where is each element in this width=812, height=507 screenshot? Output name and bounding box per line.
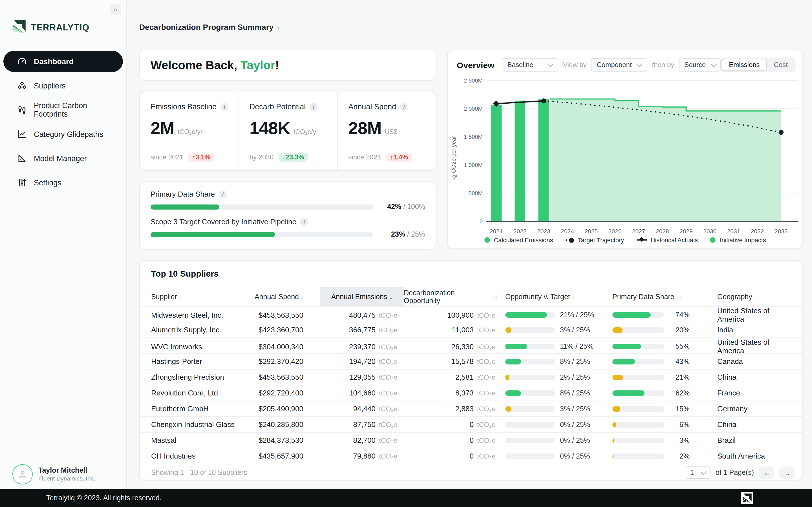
view-by-label: View by [563, 61, 587, 69]
copyright-text: Terralytiq © 2023. All rights reserved. [46, 494, 161, 502]
opportunity-v-target: 8% / 25% [505, 389, 612, 397]
sidebar-item-category-glidepaths[interactable]: Category Glidepaths [3, 123, 123, 145]
table-row[interactable]: Zhongsheng Precision$453,563,550129,055t… [140, 370, 802, 385]
table-row[interactable]: Chengxin Industrial Glass$240,285,80087,… [140, 417, 802, 433]
info-icon[interactable]: i [400, 103, 408, 111]
svg-text:2021: 2021 [490, 228, 503, 234]
then-by-select[interactable]: Source [679, 58, 720, 71]
next-page-button[interactable]: → [779, 466, 795, 479]
column-header-annual-spend[interactable]: Annual Spend↓↑ [247, 287, 320, 306]
column-header-opportunity-v-target[interactable]: Opportunity v. Target↓↑ [505, 287, 612, 306]
kpi-unit: tCO₂e/yr [294, 128, 318, 135]
annual-emissions: 129,055tCO₂e [320, 373, 404, 381]
kpi-note: since 2021 [151, 153, 183, 161]
target-bar [505, 327, 555, 333]
table-row[interactable]: Hastings-Porter$292,370,420194,720tCO₂e1… [140, 354, 802, 370]
decarb-opportunity: 0tCO₂e [404, 452, 505, 460]
sidebar-item-label: Product Carbon Footprints [34, 101, 123, 118]
sidebar-item-label: Model Manager [34, 154, 87, 163]
prev-page-button[interactable]: ← [759, 466, 774, 479]
kpi-decarb-potential: Decarb Potential i 148K tCO₂e/yr by 2030… [238, 93, 337, 170]
table-row[interactable]: WVC Ironworks$304,000,340239,370tCO₂e26,… [140, 338, 802, 354]
progress-label: Scope 3 Target Covered by Initiative Pip… [151, 217, 296, 226]
table-row[interactable]: Eurotherm GmbH$205,490,90094,440tCO₂e2,8… [140, 401, 802, 417]
view-by-select[interactable]: Component [591, 58, 648, 71]
decarb-opportunity: 11,003tCO₂e [404, 326, 505, 334]
brand-logo[interactable]: TERRALYTIQ [12, 19, 89, 36]
table-row[interactable]: Alumetrix Supply, Inc.$423,360,700366,77… [140, 322, 802, 338]
annual-emissions: 94,440tCO₂e [320, 404, 404, 413]
diamond-line-icon [637, 239, 647, 240]
info-icon[interactable]: i [310, 103, 317, 111]
sidebar-collapse-button[interactable]: « [110, 4, 121, 15]
pds-bar [612, 312, 664, 318]
column-header-supplier[interactable]: Supplier↓↑ [148, 287, 247, 306]
kpi-label: Annual Spend [348, 103, 396, 111]
kpi-note: by 2030 [250, 153, 273, 161]
info-icon[interactable]: i [300, 218, 308, 226]
column-header-annual-emissions[interactable]: Annual Emissions↓ [320, 287, 404, 306]
user-profile[interactable]: Taylor Mitchell Fluent Dynamics, Inc. [0, 459, 126, 489]
supplier-name: Midwestern Steel, Inc. [148, 311, 247, 319]
page-select[interactable]: 1 [686, 466, 711, 479]
primary-data-share: 6% [612, 420, 709, 429]
sidebar-item-settings[interactable]: Settings [3, 172, 123, 193]
svg-text:2023: 2023 [537, 228, 550, 234]
pds-bar [612, 421, 664, 427]
main-content: Decarbonization Program Summary› Welcome… [126, 0, 812, 489]
supplier-name: Mastsal [148, 436, 247, 445]
target-bar [505, 358, 555, 364]
chevron-right-icon: › [277, 22, 280, 32]
green-dot-icon [710, 237, 716, 243]
app-root: « TERRALYTIQ DashboardSuppliersProduct C… [0, 0, 812, 507]
sidebar-item-dashboard[interactable]: Dashboard [3, 51, 123, 72]
primary-data-share: 20% [612, 326, 709, 334]
breadcrumb[interactable]: Decarbonization Program Summary› [139, 22, 280, 32]
pds-bar [612, 344, 664, 349]
sort-icon: ↓↑ [301, 293, 306, 300]
decarb-opportunity: 0tCO₂e [404, 420, 505, 429]
sidebar-item-suppliers[interactable]: Suppliers [3, 75, 123, 96]
kpi-card: Emissions Baseline i 2M tCO₂e/yr since 2… [139, 92, 437, 171]
annual-spend: $453,563,550 [247, 311, 320, 319]
annual-spend: $240,285,800 [247, 420, 320, 429]
table-row[interactable]: Midwestern Steel, Inc.$453,563,550480,47… [140, 306, 802, 322]
svg-text:2033: 2033 [774, 228, 788, 234]
opportunity-v-target: 3% / 25% [505, 405, 612, 413]
info-icon[interactable]: i [220, 103, 229, 111]
svg-text:2024: 2024 [561, 228, 574, 234]
sidebar-item-model-manager[interactable]: Model Manager [3, 148, 123, 169]
toggle-emissions[interactable]: Emissions [721, 59, 767, 71]
sidebar-item-product-carbon-footprints[interactable]: Product Carbon Footprints [3, 99, 123, 121]
table-row[interactable]: Revolution Core, Ltd.$292,720,400104,660… [140, 385, 802, 401]
table-row[interactable]: CH Industries$435,657,90079,880tCO₂e0tCO… [140, 448, 802, 464]
column-header-decarbonization-opportunity[interactable]: Decarbonization Opportunity↓↑ [404, 287, 505, 306]
emissions-chart: 0500M1 000M1 500M2 000M2 500Mkg CO2e per… [449, 75, 802, 239]
sort-icon: ↓↑ [755, 293, 759, 300]
svg-text:0: 0 [479, 218, 483, 224]
svg-text:2030: 2030 [703, 228, 716, 234]
info-icon[interactable]: i [219, 190, 227, 198]
legend-target-trajectory: Target Trajectory [566, 237, 624, 243]
pds-bar [612, 327, 664, 333]
annual-emissions: 366,775tCO₂e [320, 326, 404, 334]
sidebar: « TERRALYTIQ DashboardSuppliersProduct C… [0, 0, 127, 489]
svg-text:1 500M: 1 500M [464, 134, 483, 140]
toggle-cost[interactable]: Cost [767, 59, 795, 71]
column-header-geography[interactable]: Geography↓↑ [709, 287, 795, 306]
table-row[interactable]: Mastsal$284,373,53082,700tCO₂e0tCO₂e0% /… [140, 433, 802, 448]
svg-text:2028: 2028 [656, 228, 669, 234]
dotted-line-icon [566, 237, 574, 242]
chevron-down-icon [711, 61, 717, 67]
svg-text:2026: 2026 [608, 228, 622, 234]
chart-line-icon [17, 129, 27, 139]
column-header-primary-data-share[interactable]: Primary Data Share↓↑ [612, 287, 709, 306]
opportunity-v-target: 3% / 25% [505, 326, 612, 334]
target-bar [505, 421, 555, 427]
chart-title: Overview [457, 60, 494, 69]
scenario-select[interactable]: Baseline [502, 58, 558, 71]
geography: United States of America [709, 338, 795, 355]
sliders-icon [17, 177, 27, 187]
kpi-value: 148K [250, 118, 290, 138]
chevron-down-icon [700, 469, 707, 475]
